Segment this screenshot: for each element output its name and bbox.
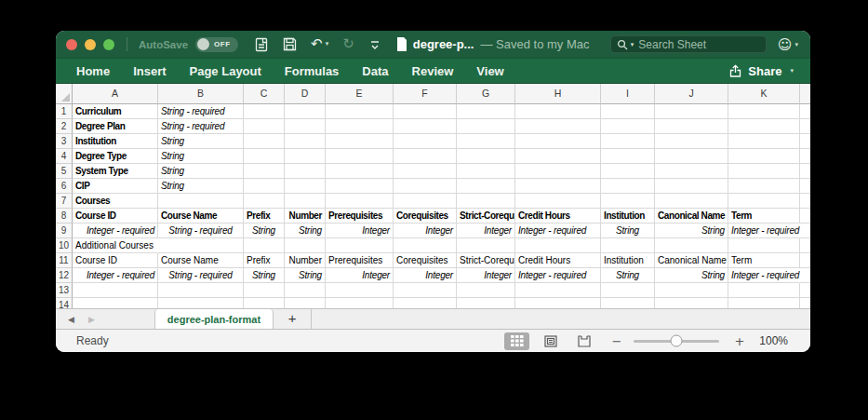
cell-A14[interactable] — [73, 298, 158, 308]
cell-A12[interactable]: Integer - required — [73, 268, 158, 283]
cell-J1[interactable] — [655, 104, 728, 119]
cell-H7[interactable] — [515, 194, 601, 209]
cell-B5[interactable]: String — [158, 164, 244, 179]
cell-G10[interactable] — [457, 238, 515, 253]
cell-A6[interactable]: CIP — [73, 179, 158, 194]
cell-F10[interactable] — [394, 238, 457, 253]
cell-J3[interactable] — [655, 134, 728, 149]
column-header-J[interactable]: J — [655, 84, 728, 104]
cell-B14[interactable] — [158, 298, 244, 308]
cell-C11[interactable]: Prefix — [244, 253, 285, 268]
cell-E11[interactable]: Prerequisites — [326, 253, 394, 268]
cell-G8[interactable]: Strict-Corequisites — [457, 209, 515, 224]
row-header-7[interactable]: 7 — [56, 194, 73, 209]
cell-H6[interactable] — [515, 179, 601, 194]
cell-G7[interactable] — [457, 194, 515, 209]
cell-filler-2[interactable] — [800, 119, 810, 134]
cell-D6[interactable] — [285, 179, 326, 194]
cell-D7[interactable] — [285, 194, 326, 209]
cell-B12[interactable]: String - required — [158, 268, 244, 283]
cell-E13[interactable] — [326, 283, 394, 298]
cell-F8[interactable]: Corequisites — [394, 209, 457, 224]
cell-B13[interactable] — [158, 283, 244, 298]
cell-H5[interactable] — [515, 164, 601, 179]
cell-F1[interactable] — [394, 104, 457, 119]
cell-A5[interactable]: System Type — [73, 164, 158, 179]
row-header-11[interactable]: 11 — [56, 253, 73, 268]
cell-H3[interactable] — [515, 134, 601, 149]
cell-J8[interactable]: Canonical Name — [655, 209, 728, 224]
cell-C3[interactable] — [244, 134, 285, 149]
cell-G12[interactable]: Integer — [457, 268, 515, 283]
cell-F2[interactable] — [394, 119, 457, 134]
row-header-13[interactable]: 13 — [56, 283, 73, 298]
column-header-F[interactable]: F — [394, 84, 457, 104]
column-header-B[interactable]: B — [158, 84, 244, 104]
cell-A10[interactable]: Additional Courses — [73, 238, 158, 253]
zoom-out-button[interactable]: − — [611, 334, 621, 348]
cell-I3[interactable] — [601, 134, 655, 149]
cell-B1[interactable]: String - required — [158, 104, 244, 119]
cell-filler-8[interactable] — [800, 209, 810, 224]
cell-A8[interactable]: Course ID — [73, 209, 158, 224]
tab-page-layout[interactable]: Page Layout — [190, 64, 261, 78]
cell-E12[interactable]: Integer — [326, 268, 394, 283]
row-header-9[interactable]: 9 — [56, 224, 73, 238]
cell-D1[interactable] — [285, 104, 326, 119]
cell-K14[interactable] — [728, 298, 800, 308]
cell-G9[interactable]: Integer — [457, 224, 515, 238]
cell-B8[interactable]: Course Name — [158, 209, 244, 224]
column-header-A[interactable]: A — [73, 84, 158, 104]
cell-filler-3[interactable] — [800, 134, 810, 149]
column-header-I[interactable]: I — [601, 84, 655, 104]
cell-I11[interactable]: Institution — [601, 253, 655, 268]
minimize-button[interactable] — [85, 39, 96, 50]
cell-E3[interactable] — [326, 134, 394, 149]
cell-C2[interactable] — [244, 119, 285, 134]
row-header-2[interactable]: 2 — [56, 119, 73, 134]
cell-K4[interactable] — [728, 149, 800, 164]
cell-filler-6[interactable] — [800, 179, 810, 194]
row-header-6[interactable]: 6 — [56, 179, 73, 194]
cell-A9[interactable]: Integer - required — [73, 224, 158, 238]
cell-K10[interactable] — [728, 238, 800, 253]
cell-filler-1[interactable] — [800, 104, 810, 119]
cell-F3[interactable] — [394, 134, 457, 149]
cell-filler-11[interactable] — [800, 253, 810, 268]
zoom-slider[interactable] — [634, 340, 719, 343]
cell-filler-9[interactable] — [800, 224, 810, 238]
cell-F14[interactable] — [394, 298, 457, 308]
cell-F4[interactable] — [394, 149, 457, 164]
row-header-14[interactable]: 14 — [56, 298, 73, 308]
cell-J12[interactable]: String — [655, 268, 728, 283]
cell-D4[interactable] — [285, 149, 326, 164]
cell-I7[interactable] — [601, 194, 655, 209]
cell-filler-12[interactable] — [800, 268, 810, 283]
cell-I4[interactable] — [601, 149, 655, 164]
cell-C4[interactable] — [244, 149, 285, 164]
cell-D5[interactable] — [285, 164, 326, 179]
fullscreen-button[interactable] — [103, 39, 114, 50]
cell-B2[interactable]: String - required — [158, 119, 244, 134]
zoom-slider-knob[interactable] — [671, 335, 683, 347]
cell-I12[interactable]: String — [601, 268, 655, 283]
cell-K1[interactable] — [728, 104, 800, 119]
tab-insert[interactable]: Insert — [133, 64, 166, 78]
cell-E8[interactable]: Prerequisites — [326, 209, 394, 224]
cell-filler-13[interactable] — [800, 283, 810, 298]
cell-G6[interactable] — [457, 179, 515, 194]
cell-B9[interactable]: String - required — [158, 224, 244, 238]
cell-E14[interactable] — [326, 298, 394, 308]
cell-F5[interactable] — [394, 164, 457, 179]
cell-A11[interactable]: Course ID — [73, 253, 158, 268]
row-header-8[interactable]: 8 — [56, 209, 73, 224]
row-header-10[interactable]: 10 — [56, 238, 73, 253]
cell-D9[interactable]: String — [285, 224, 326, 238]
zoom-level[interactable]: 100% — [759, 334, 788, 347]
cell-D12[interactable]: String — [285, 268, 326, 283]
toolbar-options-button[interactable] — [368, 38, 381, 51]
autosave-toggle[interactable]: OFF — [195, 37, 238, 52]
cell-B4[interactable]: String — [158, 149, 244, 164]
add-sheet-button[interactable]: + — [274, 309, 312, 329]
cell-I5[interactable] — [601, 164, 655, 179]
